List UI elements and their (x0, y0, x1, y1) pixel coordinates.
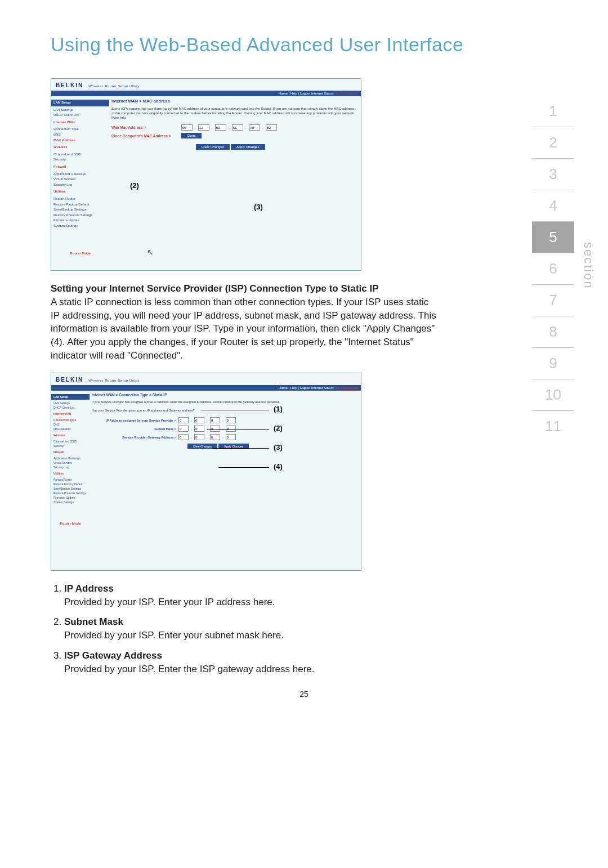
sidebar-item[interactable]: Virtual Servers (53, 177, 107, 182)
clone-mac-label: Clone Computer's MAC Address > (111, 134, 179, 138)
ip-field[interactable] (178, 417, 189, 423)
sidebar-item[interactable]: DHCP Client List (53, 113, 107, 118)
section-label: section (581, 242, 596, 289)
section-nav-5[interactable]: 5 (532, 222, 574, 253)
def-desc: Provided by your ISP. Enter the ISP gate… (64, 664, 314, 674)
sidebar-item[interactable]: Restart Router (53, 477, 87, 482)
mac-field-5[interactable] (249, 124, 260, 131)
sidebar-utilities[interactable]: Utilities (51, 471, 90, 476)
sidebar-wireless[interactable]: Wireless (51, 144, 109, 151)
def-subnet-mask: Subnet Mask Provided by your ISP. Enter … (64, 615, 439, 642)
description: If your Service Provider has assigned a … (92, 400, 356, 404)
topbar: Home | Help | Logout Internet Status: No… (51, 91, 361, 96)
section-nav-8[interactable]: 8 (532, 316, 574, 348)
def-ip-address: IP Address Provided by your ISP. Enter y… (64, 582, 439, 609)
mac-field-2[interactable] (198, 124, 209, 131)
ip-field[interactable] (194, 417, 204, 423)
mac-field-3[interactable] (215, 124, 226, 131)
sidebar-item[interactable]: Connection Type (53, 418, 87, 422)
ip-field[interactable] (210, 417, 220, 423)
sidebar-item[interactable]: DHCP Client List (53, 405, 87, 410)
section-nav-11[interactable]: 11 (532, 411, 574, 442)
gateway-field[interactable] (226, 434, 236, 440)
sidebar-item[interactable]: Security Log (53, 465, 87, 469)
subnet-field[interactable] (194, 426, 204, 432)
mac-field-4[interactable] (232, 124, 243, 131)
sidebar-item[interactable]: Security (53, 444, 87, 448)
section-nav-7[interactable]: 7 (532, 285, 574, 316)
sidebar-item[interactable]: LAN Settings (53, 401, 87, 405)
breadcrumb: Internet WAN > Connection Type > Static … (92, 393, 356, 397)
sidebar-firewall[interactable]: Firewall (51, 164, 109, 171)
sidebar-item[interactable]: Firmware Update (53, 218, 107, 223)
section-nav-9[interactable]: 9 (532, 348, 574, 379)
topbar: Home | Help | Logout Internet Status: No… (51, 385, 361, 391)
clear-changes-button[interactable]: Clear Changes (196, 144, 230, 150)
subnet-mask-label: Subnet Mask > (92, 427, 176, 431)
section-nav-1[interactable]: 1 (532, 96, 574, 127)
apply-changes-button[interactable]: Apply Changes (231, 144, 265, 150)
subnet-field[interactable] (178, 426, 189, 432)
sidebar-firewall[interactable]: Firewall (51, 449, 90, 455)
def-desc: Provided by your ISP. Enter your subnet … (64, 630, 284, 641)
static-ip-body: A static IP connection is less common th… (51, 296, 439, 363)
sidebar-item[interactable]: Application Gateways (53, 172, 107, 177)
sidebar-item-mac[interactable]: MAC Address (53, 138, 107, 144)
sidebar-internet-wan[interactable]: Internet WAN (51, 119, 109, 126)
sidebar-item[interactable]: DNS (53, 132, 107, 138)
callout-3: (3) (274, 443, 283, 451)
section-nav-6[interactable]: 6 (532, 253, 574, 285)
sidebar-item[interactable]: Security Log (53, 182, 107, 188)
mac-field-1[interactable] (181, 124, 193, 131)
brand-text: BELKIN (56, 377, 83, 383)
mac-field-6[interactable] (266, 124, 277, 131)
sidebar-item[interactable]: Restore Previous Settings (53, 491, 87, 495)
sidebar-item[interactable]: Channel and SSID (53, 439, 87, 444)
brand-sub: Wireless Router Setup Utility (88, 84, 140, 88)
sidebar-item[interactable]: Security (53, 157, 107, 163)
sidebar-item[interactable]: LAN Settings (53, 108, 107, 113)
sidebar-wireless[interactable]: Wireless (51, 432, 90, 438)
wan-mac-label: Wan Mac Address > (111, 126, 179, 129)
section-nav-4[interactable]: 4 (532, 190, 574, 222)
def-title: ISP Gateway Address (64, 650, 162, 661)
sidebar-utilities[interactable]: Utilities (51, 189, 109, 195)
ip-field[interactable] (226, 417, 236, 423)
sidebar-item[interactable]: Save/Backup Settings (53, 207, 107, 213)
sidebar-item[interactable]: Restore Previous Settings (53, 213, 107, 218)
section-nav-10[interactable]: 10 (532, 379, 574, 411)
gateway-field[interactable] (178, 434, 189, 440)
sidebar-item[interactable]: Connection Type (53, 127, 107, 132)
page-number: 25 (0, 690, 608, 699)
def-isp-gateway: ISP Gateway Address Provided by your ISP… (64, 649, 439, 676)
internet-status: No Connection (335, 92, 357, 95)
router-sidebar: LAN Setup LAN Settings DHCP Client List … (51, 391, 90, 529)
sidebar-item[interactable]: System Settings (53, 500, 87, 504)
section-nav-3[interactable]: 3 (532, 159, 574, 190)
sidebar-item[interactable]: Restore Factory Default (53, 202, 107, 208)
section-nav-2[interactable]: 2 (532, 127, 574, 159)
gateway-field[interactable] (210, 434, 220, 440)
sidebar-item[interactable]: Firmware Update (53, 495, 87, 500)
sidebar-item[interactable]: Application Gateways (53, 456, 87, 460)
router-sidebar: LAN Setup LAN Settings DHCP Client List … (51, 96, 109, 259)
sidebar-lan-setup[interactable]: LAN Setup (51, 100, 109, 106)
sidebar-item[interactable]: Restore Factory Default (53, 482, 87, 486)
sidebar-item[interactable]: Save/Backup Settings (53, 486, 87, 491)
gateway-label: Service Provider Gateway Address > (92, 436, 176, 439)
sidebar-item[interactable]: System Settings (53, 223, 107, 229)
brand-text: BELKIN (56, 82, 83, 88)
sidebar-item[interactable]: MAC Address (53, 427, 87, 431)
gateway-field[interactable] (194, 434, 204, 440)
sidebar-internet-wan[interactable]: Internet WAN (51, 411, 90, 417)
clone-button[interactable]: Clone (181, 133, 202, 138)
sidebar-lan-setup[interactable]: LAN Setup (51, 394, 90, 400)
topbar-links[interactable]: Home | Help | Logout Internet Status: (279, 386, 334, 390)
description: Some ISPs require that you clone (copy) … (111, 107, 356, 120)
sidebar-item[interactable]: Virtual Servers (53, 460, 87, 465)
sidebar-item[interactable]: DNS (53, 422, 87, 427)
topbar-links[interactable]: Home | Help | Logout Internet Status: (279, 92, 334, 95)
brand-sub: Wireless Router Setup Utility (88, 379, 140, 382)
sidebar-item[interactable]: Channel and SSID (53, 152, 107, 158)
sidebar-item[interactable]: Restart Router (53, 196, 107, 202)
